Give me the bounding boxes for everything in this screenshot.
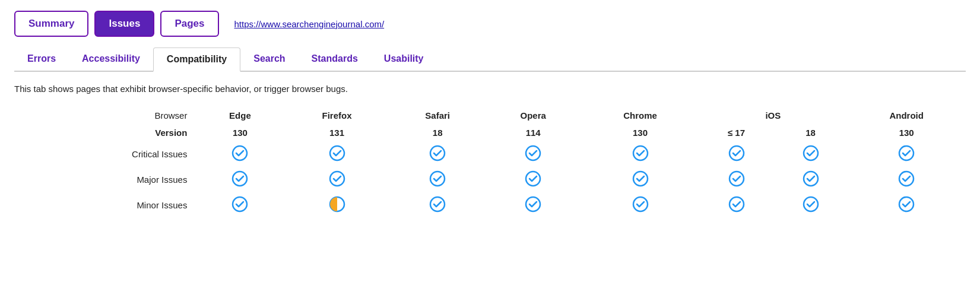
browser-android: Android [847,107,966,124]
svg-point-14 [804,172,818,186]
critical-android [847,141,966,167]
major-safari [391,167,485,192]
svg-point-16 [233,197,247,211]
minor-ios-18 [774,192,848,218]
major-ios-le17 [699,167,773,192]
minor-firefox [283,192,390,218]
critical-issues-label: Critical Issues [14,141,196,167]
svg-point-3 [526,146,540,160]
ios-version-18: 18 [774,124,848,141]
tab-search[interactable]: Search [240,47,298,72]
tab-compatibility[interactable]: Compatibility [153,47,240,72]
svg-point-6 [804,146,818,160]
android-version: 130 [847,124,966,141]
chrome-version: 130 [582,124,699,141]
tab-accessibility[interactable]: Accessibility [69,47,153,72]
svg-point-20 [633,197,648,211]
minor-issues-label: Minor Issues [14,192,196,218]
minor-issues-row: Minor Issues [14,192,966,218]
browser-ios: iOS [699,107,847,124]
minor-ios-le17 [699,192,773,218]
svg-point-1 [330,146,344,160]
browser-firefox: Firefox [283,107,390,124]
major-ios-18 [774,167,848,192]
svg-point-18 [430,197,445,211]
critical-issues-row: Critical Issues [14,141,966,167]
browser-safari: Safari [391,107,485,124]
major-android [847,167,966,192]
opera-version: 114 [485,124,582,141]
svg-point-21 [730,197,744,211]
svg-point-0 [233,146,247,160]
critical-chrome [582,141,699,167]
tab-standards[interactable]: Standards [299,47,371,72]
version-label: Version [14,124,196,141]
svg-point-15 [899,172,914,186]
minor-opera [485,192,582,218]
critical-ios-le17 [699,141,773,167]
tab-bar: Errors Accessibility Compatibility Searc… [14,47,966,72]
edge-version: 130 [196,124,283,141]
svg-point-23 [899,197,914,211]
browser-table: Browser Edge Firefox Safari Opera Chrome… [14,107,966,218]
svg-point-10 [430,172,445,186]
site-url[interactable]: https://www.searchenginejournal.com/ [234,19,385,29]
firefox-version: 131 [283,124,390,141]
minor-safari [391,192,485,218]
major-firefox [283,167,390,192]
browser-chrome: Chrome [582,107,699,124]
svg-point-13 [730,172,744,186]
safari-version: 18 [391,124,485,141]
critical-safari [391,141,485,167]
critical-opera [485,141,582,167]
svg-point-19 [526,197,540,211]
svg-point-4 [633,146,648,160]
browser-edge: Edge [196,107,283,124]
major-edge [196,167,283,192]
major-issues-row: Major Issues [14,167,966,192]
major-opera [485,167,582,192]
minor-android [847,192,966,218]
issues-button[interactable]: Issues [94,11,154,37]
ios-version-le17: ≤ 17 [699,124,773,141]
svg-point-8 [233,172,247,186]
top-navigation: Summary Issues Pages https://www.searche… [14,11,966,37]
critical-edge [196,141,283,167]
minor-chrome [582,192,699,218]
svg-point-22 [804,197,818,211]
major-chrome [582,167,699,192]
tab-usability[interactable]: Usability [371,47,437,72]
minor-edge [196,192,283,218]
svg-point-2 [430,146,445,160]
svg-point-9 [330,172,344,186]
browser-opera: Opera [485,107,582,124]
tab-description: This tab shows pages that exhibit browse… [14,84,966,94]
svg-point-5 [730,146,744,160]
svg-point-12 [633,172,648,186]
svg-point-11 [526,172,540,186]
summary-button[interactable]: Summary [14,11,88,37]
browser-col-label: Browser [14,107,196,124]
major-issues-label: Major Issues [14,167,196,192]
svg-point-7 [899,146,914,160]
pages-button[interactable]: Pages [160,11,218,37]
critical-ios-18 [774,141,848,167]
tab-errors[interactable]: Errors [14,47,69,72]
critical-firefox [283,141,390,167]
